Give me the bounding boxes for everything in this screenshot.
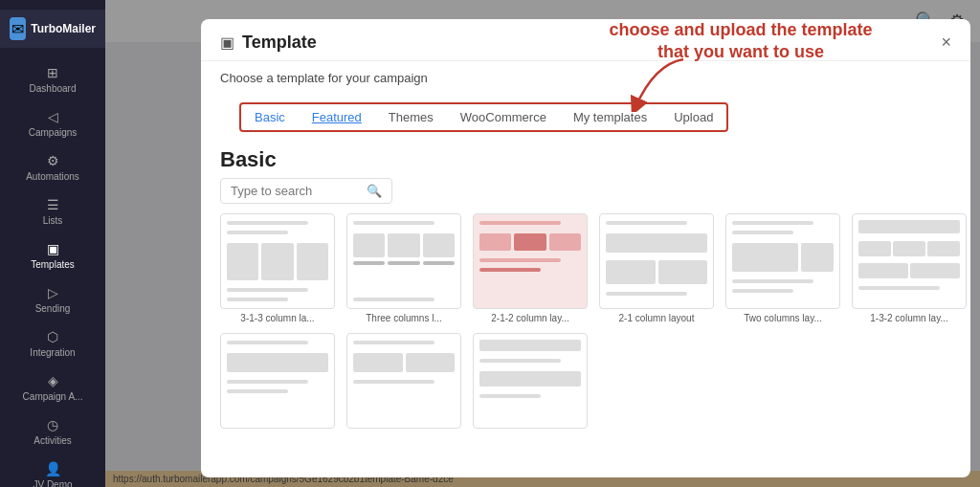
template-card-t9[interactable] xyxy=(473,333,588,432)
sidebar-item-jv-demo[interactable]: 👤 JV Demo xyxy=(0,454,105,487)
template-thumb-t1 xyxy=(220,213,335,309)
template-label-t3: 2-1-2 column lay... xyxy=(473,313,588,323)
sidebar-item-activities[interactable]: ◷ Activities xyxy=(0,410,105,454)
template-thumb-t2 xyxy=(346,213,461,309)
template-card-t8[interactable] xyxy=(346,333,461,432)
sidebar-item-campaign-api[interactable]: ◈ Campaign A... xyxy=(0,365,105,410)
sidebar-bottom: ◷ Activities 👤 JV Demo xyxy=(0,410,105,487)
annotation: choose and upload the template that you … xyxy=(597,19,884,64)
tabs-container: Basic Featured Themes WooCommerce My tem… xyxy=(201,85,970,142)
template-label-t4: 2-1 column layout xyxy=(599,313,714,323)
search-input[interactable] xyxy=(231,184,361,198)
sidebar-label-campaigns: Campaigns xyxy=(29,127,78,138)
section-title: Basic xyxy=(201,142,970,178)
sidebar-label-activities: Activities xyxy=(33,435,71,446)
activities-icon: ◷ xyxy=(47,417,58,432)
avatar-icon: 👤 xyxy=(45,461,61,476)
template-thumb-t8 xyxy=(346,333,461,429)
search-box: 🔍 xyxy=(220,178,392,204)
modal-title-row: ▣ Template xyxy=(220,33,317,53)
sidebar-label-dashboard: Dashboard xyxy=(30,83,77,94)
annotation-arrow xyxy=(626,55,702,112)
template-card-t3[interactable]: 2-1-2 column lay... xyxy=(473,213,588,323)
sidebar-item-dashboard[interactable]: ⊞ Dashboard xyxy=(0,57,105,101)
template-thumb-t3 xyxy=(473,213,588,309)
sidebar-item-sending[interactable]: ▷ Sending xyxy=(0,277,105,321)
template-modal: ▣ Template × Choose a template for your … xyxy=(201,19,970,477)
sidebar-label-jv-demo: JV Demo xyxy=(33,479,72,487)
template-thumb-t4 xyxy=(599,213,714,309)
tab-themes[interactable]: Themes xyxy=(375,104,447,130)
sidebar: ✉ TurboMailer ⊞ Dashboard ◁ Campaigns ⚙ … xyxy=(0,0,105,487)
modal-title: Template xyxy=(242,33,317,53)
template-thumb-t7 xyxy=(220,333,335,429)
template-card-t4[interactable]: 2-1 column layout xyxy=(599,213,714,323)
template-label-t6: 1-3-2 column lay... xyxy=(852,313,967,323)
template-card-t2[interactable]: Three columns l... xyxy=(346,213,461,323)
search-icon: 🔍 xyxy=(367,184,382,198)
sidebar-label-templates: Templates xyxy=(31,259,75,270)
template-card-t1[interactable]: 3-1-3 column la... xyxy=(220,213,335,323)
template-grid-row2 xyxy=(201,333,970,432)
template-card-t6[interactable]: 1-3-2 column lay... xyxy=(852,213,967,323)
sidebar-label-automations: Automations xyxy=(26,171,79,182)
tab-basic[interactable]: Basic xyxy=(241,104,299,130)
sidebar-label-lists: Lists xyxy=(43,215,63,226)
modal-subtitle: Choose a template for your campaign xyxy=(201,61,970,85)
sidebar-item-campaigns[interactable]: ◁ Campaigns xyxy=(0,101,105,145)
templates-icon: ▣ xyxy=(47,241,59,256)
dashboard-icon: ⊞ xyxy=(47,65,58,80)
automations-icon: ⚙ xyxy=(47,153,59,168)
template-icon: ▣ xyxy=(220,33,234,52)
sidebar-label-sending: Sending xyxy=(35,303,71,314)
sidebar-item-lists[interactable]: ☰ Lists xyxy=(0,189,105,233)
sidebar-item-templates[interactable]: ▣ Templates xyxy=(0,233,105,277)
sidebar-item-automations[interactable]: ⚙ Automations xyxy=(0,145,105,189)
tab-featured[interactable]: Featured xyxy=(299,104,375,130)
logo-icon: ✉ xyxy=(10,17,26,40)
template-grid-row1: 3-1-3 column la... Three columns l... xyxy=(201,213,970,333)
template-card-t5[interactable]: Two columns lay... xyxy=(725,213,840,323)
modal-close-button[interactable]: × xyxy=(941,33,951,53)
main-content: 🔍 ⚙ choose and upload the template that … xyxy=(105,0,980,487)
template-thumb-t5 xyxy=(725,213,840,309)
tab-woocommerce[interactable]: WooCommerce xyxy=(447,104,560,130)
sidebar-logo[interactable]: ✉ TurboMailer xyxy=(0,10,105,48)
template-label-t1: 3-1-3 column la... xyxy=(220,313,335,323)
template-label-t5: Two columns lay... xyxy=(725,313,840,323)
campaigns-icon: ◁ xyxy=(48,109,58,124)
template-thumb-t9 xyxy=(473,333,588,429)
sidebar-label-campaign-api: Campaign A... xyxy=(23,391,83,402)
sidebar-label-integration: Integration xyxy=(30,347,75,358)
lists-icon: ☰ xyxy=(47,197,59,212)
sending-icon: ▷ xyxy=(48,285,58,300)
template-label-t2: Three columns l... xyxy=(346,313,461,323)
template-thumb-t6 xyxy=(852,213,967,309)
sidebar-item-integration[interactable]: ⬡ Integration xyxy=(0,321,105,365)
template-card-t7[interactable] xyxy=(220,333,335,432)
integration-icon: ⬡ xyxy=(47,329,58,344)
campaign-api-icon: ◈ xyxy=(48,373,58,388)
logo-text: TurboMailer xyxy=(31,22,96,35)
